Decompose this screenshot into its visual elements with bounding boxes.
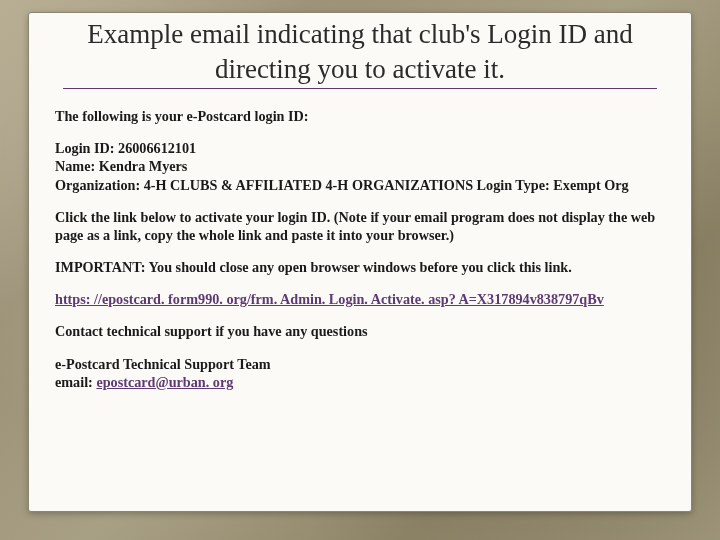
- login-id-label: Login ID:: [55, 140, 115, 156]
- org-line: Organization: 4-H CLUBS & AFFILIATED 4-H…: [55, 176, 665, 194]
- login-id-value: 26006612101: [118, 140, 196, 156]
- name-value: Kendra Myers: [99, 158, 188, 174]
- name-line: Name: Kendra Myers: [55, 157, 665, 175]
- email-card: Example email indicating that club's Log…: [28, 12, 692, 512]
- name-label: Name:: [55, 158, 95, 174]
- email-body: The following is your e-Postcard login I…: [29, 99, 691, 401]
- activation-link-line: https: //epostcard. form990. org/frm. Ad…: [55, 290, 665, 308]
- org-value: 4-H CLUBS & AFFILIATED 4-H ORGANIZATIONS: [144, 177, 473, 193]
- login-type-label: Login Type:: [477, 177, 550, 193]
- support-email[interactable]: epostcard@urban. org: [96, 374, 233, 390]
- org-label: Organization:: [55, 177, 140, 193]
- email-label: email:: [55, 374, 93, 390]
- intro-text: The following is your e-Postcard login I…: [55, 107, 665, 125]
- signature-email-line: email: epostcard@urban. org: [55, 373, 665, 391]
- signature-team: e-Postcard Technical Support Team: [55, 355, 665, 373]
- login-details: Login ID: 26006612101 Name: Kendra Myers…: [55, 139, 665, 194]
- login-id-line: Login ID: 26006612101: [55, 139, 665, 157]
- activation-link[interactable]: https: //epostcard. form990. org/frm. Ad…: [55, 291, 604, 307]
- signature: e-Postcard Technical Support Team email:…: [55, 355, 665, 391]
- important-note: IMPORTANT: You should close any open bro…: [55, 258, 665, 276]
- activate-instruction: Click the link below to activate your lo…: [55, 208, 665, 244]
- title-container: Example email indicating that club's Log…: [29, 13, 691, 99]
- login-type-value: Exempt Org: [553, 177, 628, 193]
- page-title: Example email indicating that club's Log…: [63, 17, 657, 89]
- support-text: Contact technical support if you have an…: [55, 322, 665, 340]
